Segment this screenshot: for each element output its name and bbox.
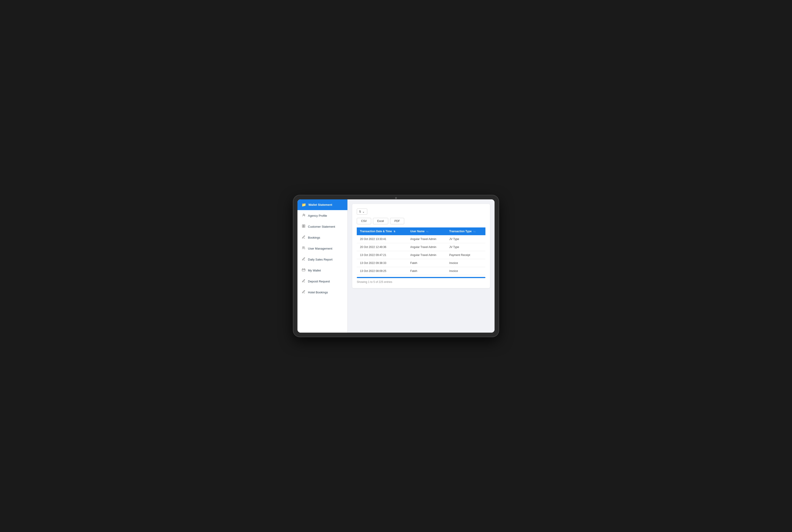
horizontal-scrollbar[interactable] bbox=[357, 277, 485, 278]
cell-date-1: 20 Oct 2022 12:49:36 bbox=[357, 243, 407, 251]
agency-profile-label: Agency Profile bbox=[308, 214, 327, 217]
user-management-label: User Management bbox=[308, 247, 332, 250]
table-row: 20 Oct 2022 13:33:41Angular Travel Admin… bbox=[357, 235, 485, 243]
cell-type-0: JV Type bbox=[446, 235, 485, 243]
col-label-transaction-date: Transaction Date & Time bbox=[360, 230, 392, 233]
svg-rect-4 bbox=[304, 226, 305, 227]
entries-info: Showing 1 to 5 of 225 entries bbox=[357, 280, 392, 284]
my-wallet-icon bbox=[302, 268, 306, 272]
customer-statement-label: Customer Statement bbox=[308, 225, 335, 228]
cell-user-1: Angular Travel Admin bbox=[407, 243, 446, 251]
agency-profile-icon bbox=[302, 213, 306, 218]
cell-type-2: Payment Receipt bbox=[446, 251, 485, 259]
hotel-bookings-icon bbox=[302, 290, 306, 294]
cell-type-3: Invoice bbox=[446, 259, 485, 267]
sidebar-item-my-wallet[interactable]: My Wallet bbox=[297, 265, 347, 276]
sidebar-item-agency-profile[interactable]: Agency Profile bbox=[297, 210, 347, 221]
table-header-row: Transaction Date & Time ⇅ User Name ↑↓ T… bbox=[357, 227, 485, 235]
cell-user-3: Fateh bbox=[407, 259, 446, 267]
main-content: 5 ⌄ CSV Excel PDF Transaction Date & bbox=[348, 200, 495, 332]
hotel-bookings-label: Hotel Bookings bbox=[308, 291, 328, 294]
svg-point-5 bbox=[303, 247, 304, 248]
controls-row: 5 ⌄ bbox=[357, 209, 485, 215]
svg-rect-2 bbox=[304, 225, 305, 226]
my-wallet-label: My Wallet bbox=[308, 269, 321, 272]
svg-rect-1 bbox=[302, 225, 303, 226]
sort-icon-transaction-type: ↑↓ bbox=[473, 230, 476, 233]
page-size-select[interactable]: 5 ⌄ bbox=[357, 209, 367, 215]
col-label-user-name: User Name bbox=[410, 230, 425, 233]
tablet-frame: 📁 Wallet Statement Agency Profile Custom… bbox=[293, 195, 499, 337]
col-header-transaction-type[interactable]: Transaction Type ↑↓ bbox=[446, 227, 485, 235]
bookings-icon bbox=[302, 235, 306, 240]
svg-rect-3 bbox=[302, 226, 303, 227]
sidebar-item-deposit-request[interactable]: Deposit Request bbox=[297, 276, 347, 287]
deposit-request-icon bbox=[302, 279, 306, 284]
sidebar-item-user-management[interactable]: User Management bbox=[297, 243, 347, 254]
bookings-label: Bookings bbox=[308, 236, 320, 239]
daily-sales-icon bbox=[302, 257, 306, 262]
cell-date-0: 20 Oct 2022 13:33:41 bbox=[357, 235, 407, 243]
cell-type-4: Invoice bbox=[446, 267, 485, 275]
tablet-screen: 📁 Wallet Statement Agency Profile Custom… bbox=[297, 200, 495, 332]
export-buttons: CSV Excel PDF bbox=[357, 218, 485, 224]
csv-export-button[interactable]: CSV bbox=[357, 218, 371, 224]
table-row: 13 Oct 2022 09:38:33FatehInvoice bbox=[357, 259, 485, 267]
col-header-transaction-date[interactable]: Transaction Date & Time ⇅ bbox=[357, 227, 407, 235]
sort-icon-user-name: ↑↓ bbox=[426, 230, 429, 233]
cell-date-2: 13 Oct 2022 09:47:21 bbox=[357, 251, 407, 259]
sidebar-active-label: Wallet Statement bbox=[308, 203, 332, 207]
cell-date-3: 13 Oct 2022 09:38:33 bbox=[357, 259, 407, 267]
chevron-down-icon: ⌄ bbox=[362, 210, 365, 213]
col-header-user-name[interactable]: User Name ↑↓ bbox=[407, 227, 446, 235]
sort-icon-transaction-date: ⇅ bbox=[393, 230, 395, 233]
customer-statement-icon bbox=[302, 224, 306, 229]
table-row: 13 Oct 2022 09:47:21Angular Travel Admin… bbox=[357, 251, 485, 259]
table-row: 13 Oct 2022 08:09:25FatehInvoice bbox=[357, 267, 485, 275]
camera-dot bbox=[395, 197, 397, 199]
sidebar-item-daily-sales-report[interactable]: Daily Sales Report bbox=[297, 254, 347, 265]
cell-user-2: Angular Travel Admin bbox=[407, 251, 446, 259]
daily-sales-label: Daily Sales Report bbox=[308, 258, 333, 261]
excel-export-button[interactable]: Excel bbox=[373, 218, 388, 224]
sidebar-item-wallet-statement[interactable]: 📁 Wallet Statement bbox=[297, 200, 347, 210]
col-label-transaction-type: Transaction Type bbox=[449, 230, 472, 233]
svg-rect-6 bbox=[302, 269, 305, 271]
svg-point-0 bbox=[303, 214, 304, 215]
cell-user-4: Fateh bbox=[407, 267, 446, 275]
content-card: 5 ⌄ CSV Excel PDF Transaction Date & bbox=[352, 204, 490, 288]
sidebar-item-hotel-bookings[interactable]: Hotel Bookings bbox=[297, 287, 347, 298]
pdf-export-button[interactable]: PDF bbox=[390, 218, 404, 224]
sidebar-item-customer-statement[interactable]: Customer Statement bbox=[297, 221, 347, 232]
user-management-icon bbox=[302, 246, 306, 251]
sidebar-item-bookings[interactable]: Bookings bbox=[297, 232, 347, 243]
cell-user-0: Angular Travel Admin bbox=[407, 235, 446, 243]
page-size-value: 5 bbox=[359, 210, 361, 213]
sidebar: 📁 Wallet Statement Agency Profile Custom… bbox=[297, 200, 348, 332]
table-row: 20 Oct 2022 12:49:36Angular Travel Admin… bbox=[357, 243, 485, 251]
table-footer: Showing 1 to 5 of 225 entries bbox=[357, 280, 485, 284]
wallet-statement-icon: 📁 bbox=[302, 203, 306, 207]
wallet-statement-table: Transaction Date & Time ⇅ User Name ↑↓ T… bbox=[357, 227, 485, 275]
scrollbar-fill bbox=[357, 277, 485, 278]
cell-date-4: 13 Oct 2022 08:09:25 bbox=[357, 267, 407, 275]
cell-type-1: JV Type bbox=[446, 243, 485, 251]
deposit-request-label: Deposit Request bbox=[308, 280, 330, 283]
